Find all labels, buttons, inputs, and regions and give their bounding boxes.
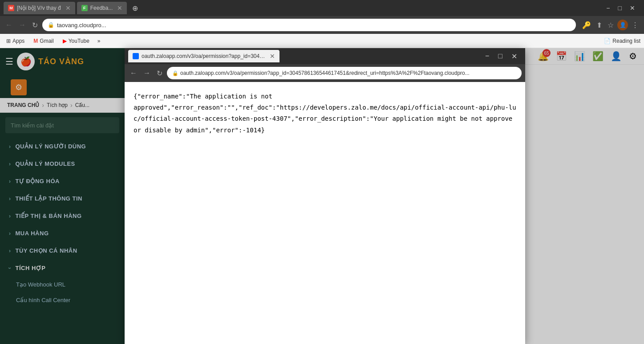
forward-button[interactable]: → [17, 19, 28, 31]
gmail-icon: M [33, 38, 38, 44]
lock-icon: 🔒 [48, 22, 54, 28]
reading-list-icon: 📄 [604, 38, 611, 44]
tab-feedback-title: Feedba... [90, 5, 113, 11]
share-icon[interactable]: ⬆ [595, 19, 604, 31]
bookmarks-bar: ⊞ Apps M Gmail ▶ YouTube » 📄 Reading lis… [0, 34, 644, 48]
bookmarks-more-button[interactable]: » [96, 37, 102, 45]
address-bar: ← → ↻ 🔒 taovang.cloudpro... 🔑 ⬆ ☆ 👤 ⋮ [0, 16, 644, 34]
popup-maximize-button[interactable]: □ [494, 51, 507, 61]
popup-lock-icon: 🔒 [172, 70, 178, 76]
popup-tab-close[interactable]: ✕ [270, 53, 275, 60]
popup-forward-button[interactable]: → [142, 67, 152, 79]
window-controls: − □ ✕ [603, 4, 640, 12]
bookmark-youtube[interactable]: ▶ YouTube [60, 37, 92, 45]
json-error-text: {"error_name":"The application is not ap… [134, 91, 516, 136]
reading-list-label: Reading list [612, 38, 640, 44]
popup-tab-title: oauth.zaloapp.com/v3/oa/permission?app_i… [142, 53, 265, 59]
menu-icon[interactable]: ⋮ [630, 19, 640, 31]
feedback-favicon: F [81, 5, 88, 11]
tab-feedback-close[interactable]: ✕ [117, 4, 122, 12]
popup-refresh-button[interactable]: ↻ [155, 67, 164, 79]
url-text: taovang.cloudpro... [57, 22, 106, 29]
bookmark-apps[interactable]: ⊞ Apps [4, 37, 27, 45]
refresh-button[interactable]: ↻ [30, 19, 40, 31]
tab-more-button[interactable]: ⊕ [129, 2, 142, 14]
back-button[interactable]: ← [4, 19, 14, 31]
tab-feedback[interactable]: F Feedba... ✕ [77, 2, 127, 14]
bookmark-gmail[interactable]: M Gmail [31, 37, 56, 45]
popup-overlay: oauth.zaloapp.com/v3/oa/permission?app_i… [0, 48, 644, 344]
bookmark-youtube-label: YouTube [69, 38, 89, 44]
popup-chrome: oauth.zaloapp.com/v3/oa/permission?app_i… [125, 48, 525, 82]
tab-gmail[interactable]: M [Nội bộ] V/v thay đ ✕ [4, 2, 75, 14]
popup-close-button[interactable]: ✕ [507, 51, 522, 61]
bookmark-apps-label: Apps [12, 38, 24, 44]
tab-gmail-close[interactable]: ✕ [65, 4, 71, 12]
close-button[interactable]: ✕ [626, 4, 639, 12]
bookmark-gmail-label: Gmail [40, 38, 53, 44]
browser-toolbar: 🔑 ⬆ ☆ 👤 ⋮ [580, 19, 640, 31]
apps-grid-icon: ⊞ [6, 38, 11, 44]
profile-icon[interactable]: 👤 [617, 20, 628, 30]
popup-window: oauth.zaloapp.com/v3/oa/permission?app_i… [125, 48, 525, 344]
minimize-button[interactable]: − [603, 4, 613, 12]
popup-tab-favicon [133, 53, 139, 59]
tab-gmail-title: [Nội bộ] V/v thay đ [17, 5, 61, 11]
popup-window-controls: − □ ✕ [481, 51, 522, 61]
bookmark-icon[interactable]: ☆ [606, 19, 616, 31]
url-input[interactable]: 🔒 taovang.cloudpro... [42, 19, 576, 31]
popup-content: {"error_name":"The application is not ap… [125, 82, 525, 344]
popup-tab-bar: oauth.zaloapp.com/v3/oa/permission?app_i… [125, 48, 525, 64]
popup-address-bar: ← → ↻ 🔒 oauth.zaloapp.com/v3/oa/permissi… [125, 64, 525, 82]
gmail-favicon: M [8, 5, 14, 11]
youtube-icon: ▶ [63, 38, 67, 44]
popup-url-input[interactable]: 🔒 oauth.zaloapp.com/v3/oa/permission?app… [167, 67, 522, 79]
popup-tab[interactable]: oauth.zaloapp.com/v3/oa/permission?app_i… [128, 50, 279, 62]
popup-minimize-button[interactable]: − [481, 51, 494, 61]
extensions-icon[interactable]: 🔑 [580, 19, 593, 31]
restore-button[interactable]: □ [615, 4, 625, 12]
popup-url-text: oauth.zaloapp.com/v3/oa/permission?app_i… [180, 70, 470, 76]
popup-back-button[interactable]: ← [128, 67, 139, 79]
reading-list-button[interactable]: 📄 Reading list [604, 38, 640, 44]
tab-bar: M [Nội bộ] V/v thay đ ✕ F Feedba... ✕ ⊕ … [0, 0, 644, 16]
browser-frame: M [Nội bộ] V/v thay đ ✕ F Feedba... ✕ ⊕ … [0, 0, 644, 48]
